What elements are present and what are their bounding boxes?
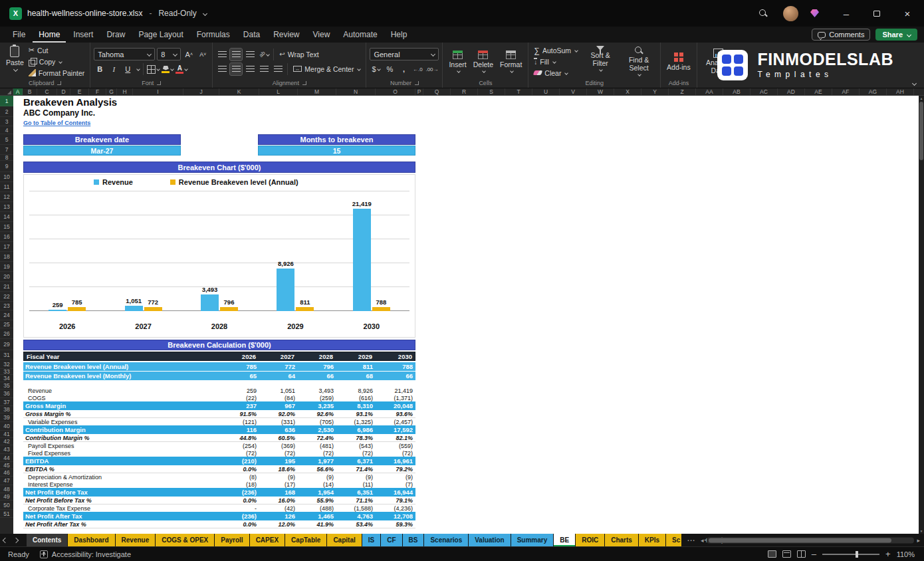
sheet-tab-roic[interactable]: ROIC <box>576 534 604 546</box>
cell-value[interactable]: 772 <box>259 363 298 370</box>
font-color-button[interactable]: A <box>175 63 187 75</box>
row-header-35[interactable]: 35 <box>0 382 13 390</box>
zoom-out-button[interactable]: – <box>812 550 816 558</box>
cell-value[interactable]: (331) <box>259 419 298 425</box>
cell-value[interactable]: 64 <box>259 372 298 380</box>
font-size-select[interactable]: 8 <box>157 48 181 60</box>
column-header-g[interactable]: G <box>106 88 117 95</box>
bar[interactable] <box>125 306 143 311</box>
number-format-select[interactable]: General <box>370 48 439 60</box>
cell-value[interactable]: 2,530 <box>298 426 336 433</box>
cell-value[interactable]: (488) <box>298 505 336 512</box>
bar[interactable] <box>277 269 294 311</box>
bar-revenue-2028[interactable]: 3,493 <box>201 191 219 311</box>
row-header-8[interactable]: 8 <box>0 155 13 161</box>
orientation-button[interactable]: ab <box>258 49 270 60</box>
select-all-corner[interactable] <box>0 88 13 95</box>
column-header-z[interactable]: Z <box>669 88 696 95</box>
cell-value[interactable]: (9) <box>376 474 415 481</box>
cell-value[interactable]: 0.0% <box>219 466 259 473</box>
cell-value[interactable]: (369) <box>259 443 298 449</box>
cell-value[interactable]: 6,986 <box>336 426 376 433</box>
format-painter-button[interactable]: Format Painter <box>27 68 86 78</box>
column-header-f[interactable]: F <box>89 88 106 95</box>
cell-value[interactable]: (72) <box>298 450 336 457</box>
row-header-32[interactable]: 32 <box>0 360 13 369</box>
row-header-14[interactable]: 14 <box>0 212 13 222</box>
comments-button[interactable]: Comments <box>812 29 870 41</box>
cell-value[interactable]: 6,351 <box>336 489 376 496</box>
bar-revenue-breakeven-level-annual-2028[interactable]: 796 <box>220 191 238 311</box>
premium-gem-icon[interactable] <box>810 9 819 17</box>
cell-value[interactable]: 59.3% <box>376 521 415 528</box>
cell-value[interactable]: 60.5% <box>259 435 298 441</box>
minimize-button[interactable]: – <box>832 0 860 27</box>
cell-value[interactable]: (236) <box>219 512 259 520</box>
row-header-24[interactable]: 24 <box>0 310 13 320</box>
cell-value[interactable]: 788 <box>376 363 415 370</box>
percent-style-button[interactable]: % <box>384 63 396 75</box>
row-header-2[interactable]: 2 <box>0 106 13 117</box>
row-header-46[interactable]: 46 <box>0 469 13 477</box>
addins-button[interactable]: Add-ins <box>664 51 693 72</box>
sheet-tab-valuation[interactable]: Valuation <box>469 534 510 546</box>
row-header-49[interactable]: 49 <box>0 493 13 501</box>
zoom-in-button[interactable]: + <box>885 550 891 558</box>
column-header-ac[interactable]: AC <box>751 88 778 95</box>
row-header-9[interactable]: 9 <box>0 161 13 172</box>
cell-value[interactable]: 3,493 <box>298 388 336 394</box>
cell-value[interactable]: 78.3% <box>336 435 376 441</box>
insert-cells-button[interactable]: Insert <box>446 49 469 74</box>
cell-value[interactable]: (9) <box>298 474 336 481</box>
row-header-18[interactable]: 18 <box>0 252 13 262</box>
sheet-tab-capital[interactable]: Capital <box>327 534 361 546</box>
align-left-button[interactable] <box>216 63 228 75</box>
middle-align-button[interactable] <box>230 49 242 60</box>
tabs-scroll-left-button[interactable] <box>0 538 11 542</box>
cell-value[interactable]: 12.0% <box>259 521 298 528</box>
cell-value[interactable]: 1,954 <box>298 489 336 496</box>
cell-value[interactable]: 259 <box>219 388 259 394</box>
cell-value[interactable]: 68 <box>336 372 376 380</box>
column-header-u[interactable]: U <box>532 88 560 95</box>
sheet-tab-cf[interactable]: CF <box>381 534 402 546</box>
cell-value[interactable]: (9) <box>259 474 298 481</box>
fill-button[interactable]: ↓Fill <box>532 56 580 66</box>
bar-revenue-breakeven-level-annual-2027[interactable]: 772 <box>144 191 162 311</box>
row-header-33[interactable]: 33 <box>0 369 13 375</box>
cell-value[interactable]: (121) <box>219 419 259 425</box>
scroll-up-icon[interactable]: ▲ <box>919 96 924 100</box>
zoom-level[interactable]: 110% <box>897 550 915 558</box>
column-header-i[interactable]: I <box>133 88 183 95</box>
bold-button[interactable]: B <box>94 63 106 75</box>
column-header-ah[interactable]: AH <box>887 88 914 95</box>
row-header-22[interactable]: 22 <box>0 292 13 302</box>
cell-value[interactable]: (236) <box>219 489 259 496</box>
cell-value[interactable]: 66 <box>298 372 336 380</box>
row-header-4[interactable]: 4 <box>0 126 13 134</box>
cell-value[interactable]: 55.9% <box>298 497 336 504</box>
row-header-3[interactable]: 3 <box>0 117 13 126</box>
cell-value[interactable]: 44.8% <box>219 435 259 441</box>
comma-style-button[interactable]: , <box>398 63 409 75</box>
row-header-43[interactable]: 43 <box>0 445 13 454</box>
vertical-scrollbar[interactable]: ▲ ▼ <box>919 96 924 534</box>
row-header-15[interactable]: 15 <box>0 222 13 232</box>
cell-value[interactable]: 21,419 <box>376 388 415 394</box>
menu-data[interactable]: Data <box>237 27 266 43</box>
row-header-50[interactable]: 50 <box>0 501 13 510</box>
column-header-m[interactable]: M <box>298 88 336 95</box>
row-header-10[interactable]: 10 <box>0 172 13 182</box>
cell-value[interactable]: (1,325) <box>336 419 376 425</box>
row-header-34[interactable]: 34 <box>0 375 13 382</box>
row-header-38[interactable]: 38 <box>0 406 13 413</box>
column-header-r[interactable]: R <box>451 88 478 95</box>
sheet-tab-dashboard[interactable]: Dashboard <box>68 534 114 546</box>
row-header-23[interactable]: 23 <box>0 302 13 310</box>
menu-file[interactable]: File <box>7 27 31 43</box>
menu-view[interactable]: View <box>307 27 336 43</box>
row-header-25[interactable]: 25 <box>0 320 13 328</box>
column-header-d[interactable]: D <box>57 88 70 95</box>
sheet-tab-kpis[interactable]: KPIs <box>639 534 665 546</box>
row-header-51[interactable]: 51 <box>0 510 13 518</box>
